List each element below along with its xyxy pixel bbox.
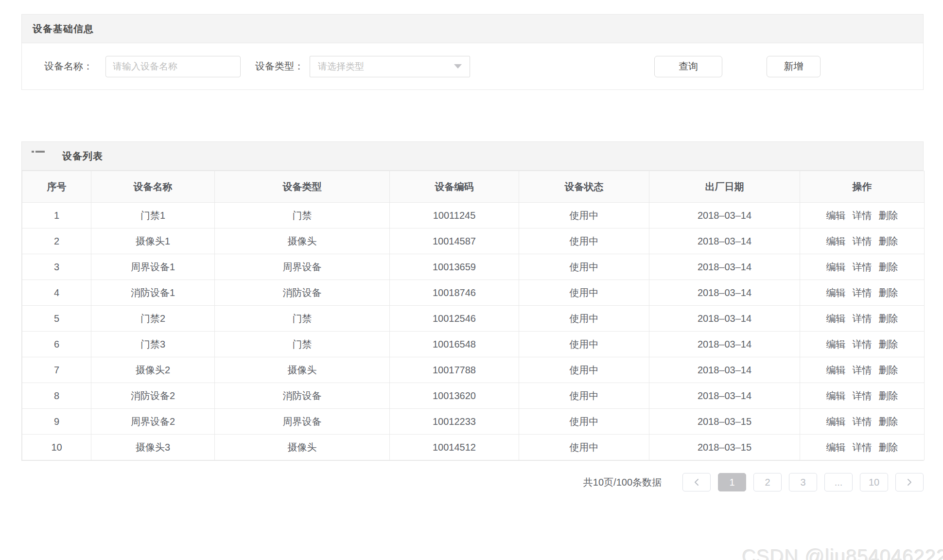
detail-link[interactable]: 详情 bbox=[853, 210, 872, 221]
cell-operations: 编辑详情删除 bbox=[800, 306, 925, 332]
page-3-button[interactable]: 3 bbox=[789, 473, 817, 491]
cell-type: 周界设备 bbox=[215, 409, 390, 435]
edit-link[interactable]: 编辑 bbox=[826, 210, 846, 221]
page-2-button[interactable]: 2 bbox=[753, 473, 782, 491]
cell-operations: 编辑详情删除 bbox=[800, 254, 925, 280]
page-ellipsis-button[interactable]: ... bbox=[824, 473, 853, 491]
edit-link[interactable]: 编辑 bbox=[826, 313, 846, 324]
cell-name: 门禁3 bbox=[91, 332, 215, 357]
pagination: 共10页/100条数据 123...10 bbox=[21, 473, 924, 491]
cell-name: 摄像头1 bbox=[91, 228, 215, 254]
table-row: 2摄像头1摄像头10014587使用中2018–03–14编辑详情删除 bbox=[22, 228, 925, 254]
device-name-label: 设备名称： bbox=[44, 60, 93, 73]
detail-link[interactable]: 详情 bbox=[853, 313, 872, 324]
detail-link[interactable]: 详情 bbox=[853, 262, 872, 272]
table-row: 9周界设备2周界设备10012233使用中2018–03–15编辑详情删除 bbox=[22, 409, 925, 435]
filter-panel-header: 设备基础信息 bbox=[22, 15, 923, 43]
delete-link[interactable]: 删除 bbox=[879, 339, 898, 350]
delete-link[interactable]: 删除 bbox=[879, 416, 898, 427]
cell-name: 周界设备1 bbox=[91, 254, 215, 280]
detail-link[interactable]: 详情 bbox=[853, 236, 872, 246]
cell-status: 使用中 bbox=[519, 306, 649, 332]
edit-link[interactable]: 编辑 bbox=[826, 262, 846, 272]
cell-type: 门禁 bbox=[215, 306, 390, 332]
cell-status: 使用中 bbox=[519, 357, 649, 383]
edit-link[interactable]: 编辑 bbox=[826, 236, 846, 246]
detail-link[interactable]: 详情 bbox=[853, 287, 872, 298]
cell-type: 消防设备 bbox=[215, 383, 390, 409]
cell-name: 摄像头3 bbox=[91, 435, 215, 460]
table-row: 7摄像头2摄像头10017788使用中2018–03–14编辑详情删除 bbox=[22, 357, 925, 383]
cell-code: 10013620 bbox=[390, 383, 519, 409]
edit-link[interactable]: 编辑 bbox=[826, 416, 846, 427]
cell-code: 10011245 bbox=[390, 203, 519, 228]
table-row: 3周界设备1周界设备10013659使用中2018–03–14编辑详情删除 bbox=[22, 254, 925, 280]
cell-index: 5 bbox=[22, 306, 91, 332]
edit-link[interactable]: 编辑 bbox=[826, 339, 846, 350]
table-row: 1门禁1门禁10011245使用中2018–03–14编辑详情删除 bbox=[22, 203, 925, 228]
page-10-button[interactable]: 10 bbox=[860, 473, 888, 491]
cell-code: 10018746 bbox=[390, 280, 519, 306]
delete-link[interactable]: 删除 bbox=[879, 287, 898, 298]
cell-date: 2018–03–14 bbox=[649, 254, 800, 280]
cell-code: 10012233 bbox=[390, 409, 519, 435]
device-type-label: 设备类型： bbox=[255, 60, 304, 73]
table-header-row: 序号 设备名称 设备类型 设备编码 设备状态 出厂日期 操作 bbox=[22, 171, 925, 203]
cell-index: 2 bbox=[22, 228, 91, 254]
cell-index: 3 bbox=[22, 254, 91, 280]
cell-code: 10014512 bbox=[390, 435, 519, 460]
column-header-code: 设备编码 bbox=[390, 171, 519, 203]
delete-link[interactable]: 删除 bbox=[879, 236, 898, 246]
device-type-select[interactable]: 请选择类型 bbox=[310, 56, 470, 77]
cell-date: 2018–03–14 bbox=[649, 332, 800, 357]
cell-date: 2018–03–14 bbox=[649, 306, 800, 332]
cell-code: 10013659 bbox=[390, 254, 519, 280]
prev-page-button[interactable] bbox=[682, 473, 711, 491]
query-button[interactable]: 查询 bbox=[654, 56, 722, 77]
cell-operations: 编辑详情删除 bbox=[800, 280, 925, 306]
cell-name: 门禁2 bbox=[91, 306, 215, 332]
table-panel-title: 设备列表 bbox=[62, 150, 103, 163]
edit-link[interactable]: 编辑 bbox=[826, 365, 846, 375]
edit-link[interactable]: 编辑 bbox=[826, 442, 846, 453]
cell-date: 2018–03–15 bbox=[649, 435, 800, 460]
column-header-type: 设备类型 bbox=[215, 171, 390, 203]
detail-link[interactable]: 详情 bbox=[853, 339, 872, 350]
watermark: CSDN @liu854046222 bbox=[742, 546, 943, 560]
delete-link[interactable]: 删除 bbox=[879, 262, 898, 272]
edit-link[interactable]: 编辑 bbox=[826, 390, 846, 401]
cell-operations: 编辑详情删除 bbox=[800, 357, 925, 383]
page-1-button[interactable]: 1 bbox=[718, 473, 746, 491]
device-name-input[interactable] bbox=[105, 56, 241, 77]
cell-type: 消防设备 bbox=[215, 280, 390, 306]
detail-link[interactable]: 详情 bbox=[853, 416, 872, 427]
delete-link[interactable]: 删除 bbox=[879, 210, 898, 221]
cell-index: 7 bbox=[22, 357, 91, 383]
table-row: 6门禁3门禁10016548使用中2018–03–14编辑详情删除 bbox=[22, 332, 925, 357]
chevron-right-icon bbox=[907, 478, 912, 486]
cell-status: 使用中 bbox=[519, 409, 649, 435]
add-button[interactable]: 新增 bbox=[767, 56, 821, 77]
column-header-name: 设备名称 bbox=[91, 171, 215, 203]
delete-link[interactable]: 删除 bbox=[879, 365, 898, 375]
detail-link[interactable]: 详情 bbox=[853, 365, 872, 375]
column-header-index: 序号 bbox=[22, 171, 91, 203]
chevron-down-icon bbox=[454, 64, 462, 69]
cell-operations: 编辑详情删除 bbox=[800, 203, 925, 228]
detail-link[interactable]: 详情 bbox=[853, 442, 872, 453]
cell-operations: 编辑详情删除 bbox=[800, 228, 925, 254]
chevron-left-icon bbox=[694, 478, 699, 486]
table-head: 序号 设备名称 设备类型 设备编码 设备状态 出厂日期 操作 bbox=[22, 171, 925, 203]
delete-link[interactable]: 删除 bbox=[879, 313, 898, 324]
delete-link[interactable]: 删除 bbox=[879, 442, 898, 453]
cell-index: 9 bbox=[22, 409, 91, 435]
cell-date: 2018–03–14 bbox=[649, 280, 800, 306]
cell-index: 8 bbox=[22, 383, 91, 409]
cell-code: 10016548 bbox=[390, 332, 519, 357]
detail-link[interactable]: 详情 bbox=[853, 390, 872, 401]
filter-form: 设备名称： 设备类型： 请选择类型 查询 新增 bbox=[22, 43, 923, 89]
delete-link[interactable]: 删除 bbox=[879, 390, 898, 401]
pagination-summary: 共10页/100条数据 bbox=[583, 476, 662, 489]
next-page-button[interactable] bbox=[895, 473, 924, 491]
edit-link[interactable]: 编辑 bbox=[826, 287, 846, 298]
